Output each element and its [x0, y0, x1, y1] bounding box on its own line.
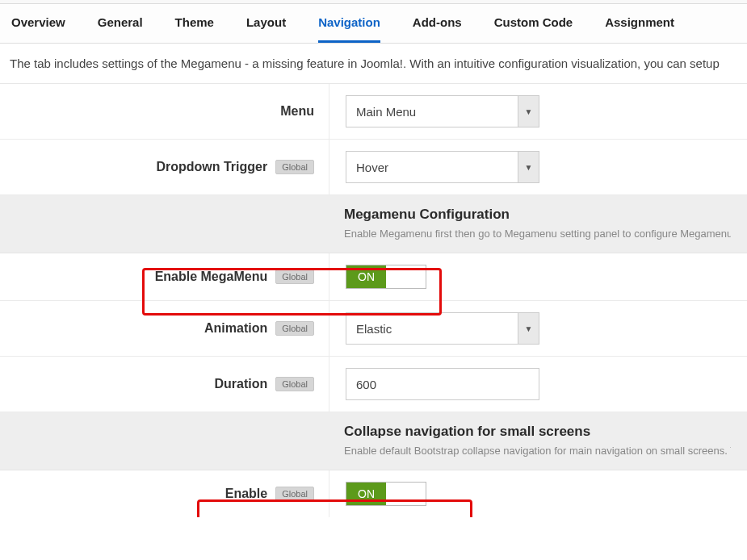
- input-duration[interactable]: [346, 368, 539, 400]
- tab-addons[interactable]: Add-ons: [413, 15, 462, 43]
- label-duration: Duration: [214, 377, 267, 391]
- section-subtitle: Enable Megamenu first then go to Megamen…: [344, 228, 731, 240]
- tab-layout[interactable]: Layout: [246, 15, 286, 43]
- badge-global: Global: [275, 377, 314, 391]
- toggle-on-label: ON: [346, 483, 386, 505]
- chevron-down-icon: ▼: [518, 152, 539, 182]
- section-subtitle: Enable default Bootstrap collapse naviga…: [344, 445, 731, 457]
- select-animation[interactable]: Elastic ▼: [346, 312, 539, 345]
- tab-theme[interactable]: Theme: [175, 15, 214, 43]
- select-menu[interactable]: Main Menu ▼: [346, 95, 539, 127]
- row-dropdown-trigger: Dropdown Trigger Global Hover ▼: [0, 140, 747, 195]
- row-duration: Duration Global: [0, 357, 747, 412]
- tab-navigation[interactable]: Navigation: [318, 15, 380, 43]
- tab-custom-code[interactable]: Custom Code: [494, 15, 573, 43]
- label-menu: Menu: [280, 104, 314, 119]
- select-animation-value: Elastic: [346, 313, 518, 344]
- section-megamenu-config: Megamenu Configuration Enable Megamenu f…: [0, 195, 747, 253]
- badge-global: Global: [275, 487, 314, 501]
- toggle-on-label: ON: [346, 265, 386, 288]
- section-collapse-nav: Collapse navigation for small screens En…: [0, 412, 747, 470]
- label-enable-megamenu: Enable MegaMenu: [155, 270, 268, 284]
- label-enable: Enable: [225, 487, 267, 501]
- row-animation: Animation Global Elastic ▼: [0, 301, 747, 357]
- select-dropdown-trigger[interactable]: Hover ▼: [346, 151, 539, 183]
- row-menu: Menu Main Menu ▼: [0, 84, 747, 140]
- chevron-down-icon: ▼: [518, 313, 539, 344]
- row-enable-megamenu: Enable MegaMenu Global ON: [0, 253, 747, 301]
- label-animation: Animation: [204, 321, 267, 336]
- badge-global: Global: [275, 270, 314, 284]
- badge-global: Global: [275, 321, 314, 336]
- toggle-off-slot: [386, 483, 426, 505]
- row-enable-collapse: Enable Global ON: [0, 470, 747, 517]
- label-dropdown-trigger: Dropdown Trigger: [156, 160, 267, 174]
- section-title: Megamenu Configuration: [344, 207, 731, 223]
- tab-assignment[interactable]: Assignment: [605, 15, 674, 43]
- badge-global: Global: [275, 160, 314, 174]
- tabs-bar: Overview General Theme Layout Navigation…: [0, 4, 747, 44]
- toggle-off-slot: [386, 265, 426, 288]
- select-dropdown-value: Hover: [346, 152, 518, 182]
- tab-general[interactable]: General: [98, 15, 143, 43]
- toggle-enable-megamenu[interactable]: ON: [346, 265, 426, 289]
- chevron-down-icon: ▼: [518, 96, 539, 127]
- section-title: Collapse navigation for small screens: [344, 424, 731, 440]
- toggle-enable-collapse[interactable]: ON: [346, 482, 426, 506]
- tab-overview[interactable]: Overview: [11, 15, 65, 43]
- tab-intro-text: The tab includes settings of the Megamen…: [0, 44, 747, 84]
- select-menu-value: Main Menu: [346, 96, 518, 127]
